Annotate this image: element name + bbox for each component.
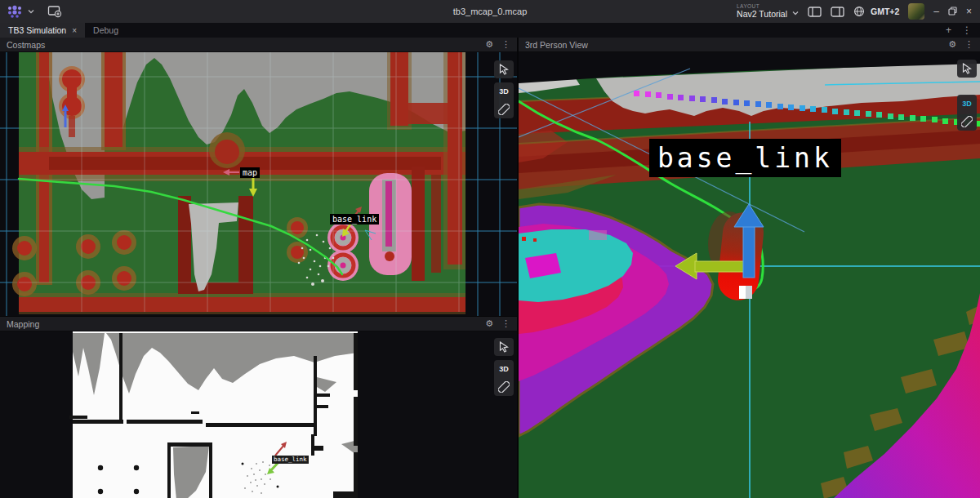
- frame-label-map: map: [240, 167, 260, 178]
- occupancy-grid: [69, 331, 358, 498]
- panel-settings-gear-icon[interactable]: ⚙: [948, 40, 956, 49]
- tab-menu-icon[interactable]: ⋮: [962, 24, 972, 36]
- frame-label-base-link: base_link: [330, 214, 379, 225]
- mapping-3d-toolbar: 3D: [494, 338, 514, 396]
- 3d-label: 3D: [499, 87, 509, 96]
- tab-tb3-simulation[interactable]: TB3 Simulation ×: [0, 23, 85, 38]
- add-panel-icon[interactable]: [47, 5, 62, 18]
- select-tool-button[interactable]: [494, 60, 514, 78]
- tab-label: TB3 Simulation: [8, 25, 66, 35]
- panel-title: 3rd Person View: [525, 40, 588, 50]
- layout-name: Nav2 Tutorial: [737, 10, 787, 19]
- panel-title: Costmaps: [7, 40, 45, 50]
- measure-tool-button[interactable]: [494, 378, 514, 396]
- 3d-label: 3D: [499, 365, 509, 373]
- timezone-value[interactable]: GMT+2: [871, 7, 899, 16]
- toggle-3d-button[interactable]: 3D: [494, 82, 514, 100]
- panel-settings-gear-icon[interactable]: ⚙: [485, 319, 493, 328]
- add-tab-button[interactable]: +: [946, 24, 951, 36]
- foxglove-app: tb3_mcap_0.mcap LAYOUT Nav2 Tutorial G: [0, 0, 980, 498]
- panel-more-icon[interactable]: ⋮: [501, 319, 510, 328]
- toggle-3d-button[interactable]: 3D: [494, 360, 514, 378]
- measure-tool-button[interactable]: [957, 113, 977, 131]
- right-sidebar-toggle-icon[interactable]: [831, 7, 844, 17]
- third-person-3d-toolbar: 3D: [957, 60, 977, 131]
- panel-title: Mapping: [7, 319, 39, 329]
- cursor-icon: [499, 64, 509, 75]
- panel-costmaps: Costmaps ⚙ ⋮: [0, 38, 517, 316]
- ruler-icon: [961, 116, 973, 127]
- top-bar: tb3_mcap_0.mcap LAYOUT Nav2 Tutorial G: [0, 0, 980, 23]
- ruler-icon: [498, 381, 510, 393]
- third-person-scene[interactable]: [519, 52, 980, 498]
- frame-label-base-link: base_link: [272, 456, 309, 464]
- tab-debug[interactable]: Debug: [85, 23, 127, 38]
- toggle-3d-button[interactable]: 3D: [957, 95, 977, 113]
- select-tool-button[interactable]: [957, 60, 977, 78]
- mapping-viewport[interactable]: base_link 3D: [0, 331, 517, 498]
- panel-third-person: 3rd Person View ⚙ ⋮: [517, 38, 980, 498]
- cursor-icon: [499, 341, 509, 353]
- panel-more-icon[interactable]: ⋮: [964, 40, 973, 49]
- cursor-icon: [962, 63, 972, 74]
- tab-label: Debug: [93, 25, 118, 35]
- user-avatar[interactable]: [908, 3, 924, 20]
- layout-selector[interactable]: LAYOUT Nav2 Tutorial: [737, 4, 799, 19]
- costmaps-viewport[interactable]: map base_link 3D: [0, 52, 517, 316]
- app-menu-chevron-icon[interactable]: [28, 9, 34, 14]
- third-person-header[interactable]: 3rd Person View ⚙ ⋮: [519, 38, 980, 52]
- panel-more-icon[interactable]: ⋮: [501, 40, 510, 49]
- third-person-viewport[interactable]: base_link 3D: [519, 52, 980, 498]
- window-close-button[interactable]: ×: [966, 7, 972, 16]
- ruler-icon: [498, 104, 510, 115]
- measure-tool-button[interactable]: [494, 100, 514, 118]
- panel-settings-gear-icon[interactable]: ⚙: [485, 40, 493, 49]
- mapping-header[interactable]: Mapping ⚙ ⋮: [0, 317, 517, 331]
- window-maximize-button[interactable]: [948, 7, 957, 17]
- app-logo-icon[interactable]: [7, 5, 23, 19]
- layout-tab-bar: TB3 Simulation × Debug + ⋮: [0, 23, 980, 38]
- window-minimize-button[interactable]: –: [933, 7, 939, 16]
- left-sidebar-toggle-icon[interactable]: [808, 7, 822, 17]
- tab-close-icon[interactable]: ×: [72, 26, 77, 35]
- costmaps-3d-toolbar: 3D: [494, 60, 514, 118]
- timezone-globe-icon[interactable]: [853, 6, 865, 17]
- panel-mapping: Mapping ⚙ ⋮: [0, 316, 517, 498]
- costmaps-header[interactable]: Costmaps ⚙ ⋮: [0, 38, 517, 52]
- frame-label-base-link: base_link: [649, 139, 841, 177]
- layout-chevron-icon: [792, 4, 799, 19]
- costmaps-scene[interactable]: [0, 52, 517, 316]
- 3d-label: 3D: [962, 100, 972, 108]
- mapping-scene[interactable]: [0, 331, 517, 498]
- select-tool-button[interactable]: [494, 338, 514, 356]
